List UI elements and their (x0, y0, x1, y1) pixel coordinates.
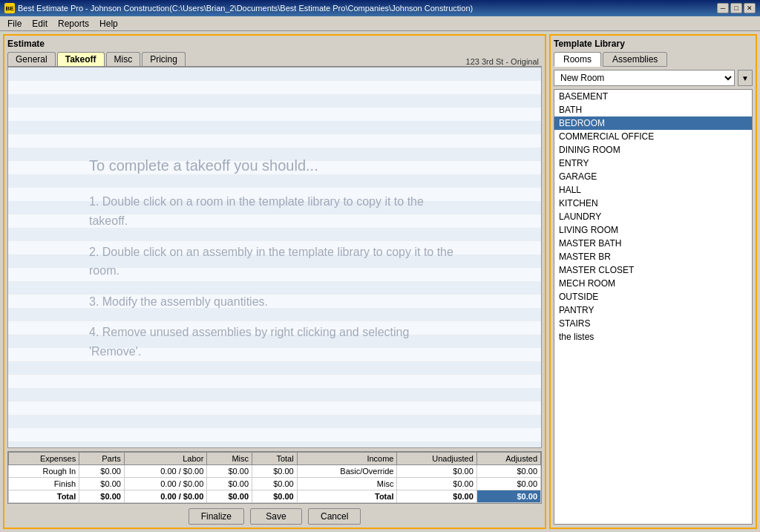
window-title: Best Estimate Pro - Johnson Construction… (18, 4, 473, 13)
col-parts: Parts (79, 453, 125, 465)
room-item[interactable]: COMMERCIAL OFFICE (554, 130, 752, 143)
instruction-1: 1. Double click on a room in the templat… (89, 192, 460, 230)
new-room-dropdown-btn[interactable]: ▼ (738, 70, 753, 86)
estimate-title: Estimate (7, 39, 542, 49)
room-item[interactable]: BEDROOM (554, 116, 752, 130)
table-cell-2-2: 0.00 / $0.00 (124, 490, 206, 503)
room-item[interactable]: MASTER BATH (554, 237, 752, 250)
template-title: Template Library (554, 39, 753, 49)
estimate-tabs: General Takeoff Misc Pricing (7, 52, 186, 66)
table-cell-2-7: $0.00 (476, 490, 540, 503)
table-cell-2-3: $0.00 (207, 490, 252, 503)
room-item[interactable]: DINING ROOM (554, 143, 752, 157)
room-item[interactable]: LIVING ROOM (554, 223, 752, 237)
col-labor: Labor (124, 453, 206, 465)
table-cell-1-6: $0.00 (397, 478, 476, 490)
main-area: Estimate General Takeoff Misc Pricing 12… (0, 31, 760, 532)
instructions-title: To complete a takeoff you should... (89, 154, 460, 177)
table-cell-0-2: 0.00 / $0.00 (124, 465, 206, 478)
table-cell-0-6: $0.00 (397, 465, 476, 478)
takeoff-area: To complete a takeoff you should... 1. D… (7, 67, 542, 448)
maximize-button[interactable]: □ (730, 3, 742, 13)
estimate-address: 123 3rd St - Original (466, 57, 542, 66)
table-cell-2-6: $0.00 (397, 490, 476, 503)
room-item[interactable]: KITCHEN (554, 197, 752, 210)
room-item[interactable]: GARAGE (554, 170, 752, 183)
table-cell-0-1: $0.00 (79, 465, 125, 478)
menu-bar: File Edit Reports Help (0, 16, 760, 31)
col-total: Total (252, 453, 298, 465)
tab-header-row: General Takeoff Misc Pricing 123 3rd St … (7, 52, 542, 67)
table-cell-0-0: Rough In (9, 465, 79, 478)
room-item[interactable]: MASTER BR (554, 250, 752, 263)
col-adjusted: Adjusted (476, 453, 540, 465)
window-controls: ─ □ ✕ (717, 3, 756, 13)
tab-rooms[interactable]: Rooms (554, 52, 601, 67)
summary-table: Expenses Parts Labor Misc Total Income U… (7, 451, 542, 504)
tab-assemblies[interactable]: Assemblies (603, 52, 667, 67)
title-bar-left: BE Best Estimate Pro - Johnson Construct… (4, 3, 473, 13)
table-cell-0-5: Basic/Override (297, 465, 397, 478)
room-list: BASEMENTBATHBEDROOMCOMMERCIAL OFFICEDINI… (554, 89, 753, 525)
template-tabs: Rooms Assemblies (554, 52, 753, 67)
instruction-3: 3. Modify the assembly quantities. (89, 292, 460, 312)
tab-pricing[interactable]: Pricing (142, 52, 186, 66)
col-expenses: Expenses (9, 453, 79, 465)
room-item[interactable]: PANTRY (554, 303, 752, 317)
estimate-panel: Estimate General Takeoff Misc Pricing 12… (3, 34, 546, 529)
room-item[interactable]: BATH (554, 103, 752, 116)
room-item[interactable]: MASTER CLOSET (554, 263, 752, 277)
table-cell-2-0: Total (9, 490, 79, 503)
table-cell-0-7: $0.00 (476, 465, 540, 478)
new-room-row: New Room ▼ (554, 70, 753, 86)
close-button[interactable]: ✕ (744, 3, 756, 13)
room-item[interactable]: STAIRS (554, 317, 752, 330)
room-item[interactable]: HALL (554, 183, 752, 197)
room-item[interactable]: MECH ROOM (554, 277, 752, 290)
tab-misc[interactable]: Misc (106, 52, 141, 66)
table-cell-1-4: $0.00 (252, 478, 298, 490)
instruction-2: 2. Double click on an assembly in the te… (89, 243, 460, 280)
save-button[interactable]: Save (250, 508, 302, 525)
col-income: Income (297, 453, 397, 465)
menu-edit[interactable]: Edit (27, 18, 52, 30)
template-panel: Template Library Rooms Assemblies New Ro… (549, 34, 757, 529)
room-item[interactable]: LAUNDRY (554, 210, 752, 223)
instructions-container: To complete a takeoff you should... 1. D… (74, 139, 475, 375)
menu-reports[interactable]: Reports (53, 18, 94, 30)
table-cell-2-4: $0.00 (252, 490, 298, 503)
table-cell-0-4: $0.00 (252, 465, 298, 478)
table-cell-1-7: $0.00 (476, 478, 540, 490)
table-cell-2-5: Total (297, 490, 397, 503)
col-misc: Misc (207, 453, 252, 465)
instruction-4: 4. Remove unused assemblies by right cli… (89, 323, 460, 361)
title-bar: BE Best Estimate Pro - Johnson Construct… (0, 0, 760, 16)
cancel-button[interactable]: Cancel (308, 508, 361, 525)
room-item[interactable]: OUTSIDE (554, 290, 752, 303)
new-room-select[interactable]: New Room (554, 70, 735, 86)
tab-general[interactable]: General (7, 52, 56, 66)
room-item[interactable]: the listes (554, 330, 752, 344)
table-cell-1-1: $0.00 (79, 478, 125, 490)
table-cell-1-5: Misc (297, 478, 397, 490)
menu-help[interactable]: Help (95, 18, 122, 30)
action-buttons: Finalize Save Cancel (7, 508, 542, 525)
col-unadjusted: Unadjusted (397, 453, 476, 465)
finalize-button[interactable]: Finalize (189, 508, 244, 525)
app-icon: BE (4, 3, 15, 13)
table-cell-1-0: Finish (9, 478, 79, 490)
table-cell-1-2: 0.00 / $0.00 (124, 478, 206, 490)
table-cell-0-3: $0.00 (207, 465, 252, 478)
minimize-button[interactable]: ─ (717, 3, 729, 13)
striped-bg: To complete a takeoff you should... 1. D… (8, 68, 541, 447)
tab-takeoff[interactable]: Takeoff (57, 52, 105, 66)
table-cell-2-1: $0.00 (79, 490, 125, 503)
room-item[interactable]: BASEMENT (554, 90, 752, 103)
table-cell-1-3: $0.00 (207, 478, 252, 490)
menu-file[interactable]: File (3, 18, 26, 30)
room-item[interactable]: ENTRY (554, 157, 752, 170)
